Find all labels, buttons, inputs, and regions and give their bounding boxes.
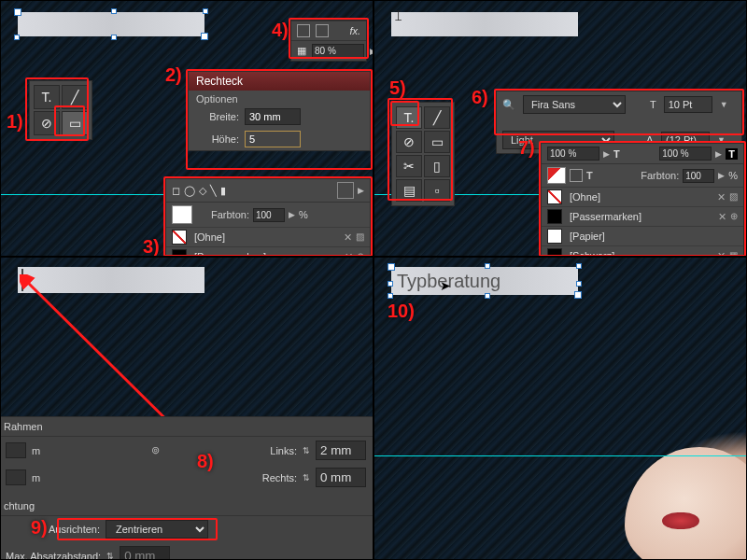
step-number-4: 4) [272,20,289,41]
stepper-icon[interactable]: ⇅ [303,473,310,483]
max-spacing-label: Max. Absatzabstand: [6,551,101,561]
inset-top-input[interactable] [6,442,26,458]
link-inset-icon[interactable]: ⊚ [151,444,160,456]
m-unit: m [32,445,40,456]
step-panel-2: 𝙸 T. ╱ ⊘ ▭ ✂ ▯ ▤ ▫ 5) 🔍 Fira Sans T ▼ Li… [374,0,747,257]
highlight-rect-dialog [186,69,373,170]
step-panel-3: Rahmen m ⊚ Links: ⇅ m Rechts: ⇅ chtun [0,257,374,560]
rechts-label: Rechts: [262,472,297,483]
highlight-align [57,518,218,540]
rectangle-frame[interactable] [18,12,204,36]
highlight-text-fill-panel [539,141,746,257]
step-number-8: 8) [197,451,214,472]
rechts-input[interactable] [316,468,366,487]
step-number-2: 2) [165,64,182,86]
step-panel-4: Typberatung ➤ 10) [374,257,747,560]
inset-bottom-input[interactable] [6,469,26,485]
stepper-icon[interactable]: ⇅ [106,552,114,561]
step-number-6: 6) [472,87,488,108]
step-number-5: 5) [389,77,406,99]
step-number-9: 9) [31,517,48,539]
text-caret [21,269,23,291]
m-unit: m [32,472,40,483]
text-cursor-icon: 𝙸 [393,7,403,24]
text-frame[interactable] [391,12,578,36]
highlight-swatches [163,176,373,257]
mouse-cursor-icon: ➤ [440,278,451,293]
highlight-char-panel [494,89,744,135]
step-panel-1: T. ╱ ⊘ ▭ 1) Rechteck Optionen Breite: Hö… [0,0,374,257]
max-spacing-input[interactable] [120,546,170,560]
guide-horizontal [374,455,746,456]
links-input[interactable] [316,441,366,460]
stepper-icon[interactable]: ⇅ [303,446,310,455]
step-number-1: 1) [7,111,23,133]
text-frame[interactable] [18,267,204,293]
step-number-3: 3) [143,236,160,257]
lips-shape [662,512,699,529]
highlight-fx [289,18,369,59]
result-text-frame[interactable]: Typberatung [391,267,578,295]
vjust-header: chtung [0,497,374,516]
links-label: Links: [270,445,297,456]
inset-header: Rahmen [0,417,374,437]
step-number-10: 10) [388,301,415,322]
highlight-tools [25,77,89,141]
highlight-tools [388,98,453,201]
step-number-7: 7) [518,137,535,159]
